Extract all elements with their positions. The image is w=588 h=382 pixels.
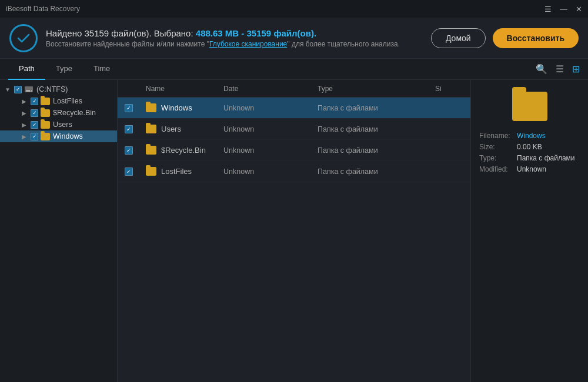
restore-button[interactable]: Восстановить	[493, 28, 579, 48]
row-type-recycle: Папка с файлами	[314, 146, 432, 155]
type-label: Type:	[479, 154, 513, 162]
expand-icon-lostfiles: ▶	[20, 97, 28, 105]
tab-bar: Path Type Time 🔍 ☰ ⊞	[0, 59, 588, 80]
table-row[interactable]: ✓ Windows Unknown Папка с файлами	[118, 98, 470, 119]
row-checkbox-windows[interactable]: ✓	[125, 104, 133, 112]
expand-icon: ▼	[4, 85, 12, 93]
line2-before: Восстановите найденные файлы и/или нажми…	[46, 40, 209, 48]
col-date: Date	[220, 85, 314, 93]
minimize-button[interactable]: —	[560, 5, 567, 14]
folder-icon	[146, 125, 156, 133]
right-panel: Name Date Type Si ✓ Windows Unknown Папк…	[118, 80, 588, 382]
sidebar-item-users[interactable]: ▶ ✓ Users	[0, 119, 117, 130]
row-filename: Users	[161, 125, 181, 133]
tab-right-icons: 🔍 ☰ ⊞	[536, 63, 580, 75]
deep-scan-line: Восстановите найденные файлы и/или нажми…	[46, 40, 400, 48]
row-checkbox-recycle[interactable]: ✓	[125, 146, 133, 155]
summary-line: Найдено 35159 файл(ов). Выбрано: 488.63 …	[46, 28, 400, 38]
summary-highlight: 488.63 MB - 35159 файл(ов).	[196, 28, 316, 38]
sidebar-label-lostfiles: LostFiles	[53, 97, 82, 105]
grid-view-icon[interactable]: ⊞	[572, 63, 580, 75]
row-name-windows: Windows	[142, 103, 220, 112]
row-checkbox-lostfiles[interactable]: ✓	[125, 167, 133, 176]
home-button[interactable]: Домой	[431, 28, 486, 48]
expand-icon-windows: ▶	[20, 132, 28, 140]
folder-icon-users	[41, 121, 50, 129]
expand-icon-users: ▶	[20, 120, 28, 129]
header-text: Найдено 35159 файл(ов). Выбрано: 488.63 …	[46, 28, 400, 48]
row-type-lostfiles: Папка с файлами	[314, 167, 432, 176]
tab-path[interactable]: Path	[8, 59, 45, 80]
sidebar-item-windows[interactable]: ▶ ✓ Windows	[0, 130, 117, 142]
row-name-recycle: $Recycle.Bin	[142, 146, 220, 155]
folder-icon-lostfiles	[41, 98, 50, 105]
list-view-icon[interactable]: ☰	[556, 63, 564, 75]
row-filename: $Recycle.Bin	[161, 146, 206, 155]
checkbox-users[interactable]: ✓	[31, 121, 38, 129]
folder-icon	[146, 146, 156, 155]
sidebar-label-root: (C:NTFS)	[36, 85, 68, 93]
row-filename: LostFiles	[161, 167, 192, 176]
status-icon	[9, 24, 38, 52]
detail-modified-row: Modified: Unknown	[479, 165, 580, 173]
table-header: Name Date Type Si	[118, 80, 470, 98]
row-name-users: Users	[142, 125, 220, 133]
header-left: Найдено 35159 файл(ов). Выбрано: 488.63 …	[9, 24, 400, 52]
col-type: Type	[314, 85, 432, 93]
modified-label: Modified:	[479, 165, 513, 173]
size-label: Size:	[479, 143, 513, 151]
menu-button[interactable]: ☰	[544, 5, 552, 14]
title-bar: iBeesoft Data Recovery ☰ — ✕	[0, 0, 588, 18]
disk-icon	[24, 85, 34, 93]
header-buttons: Домой Восстановить	[431, 28, 579, 48]
row-date-lostfiles: Unknown	[220, 167, 314, 176]
row-type-users: Папка с файлами	[314, 125, 432, 133]
row-date-users: Unknown	[220, 125, 314, 133]
file-list-area: Name Date Type Si ✓ Windows Unknown Папк…	[118, 80, 470, 382]
table-row[interactable]: ✓ Users Unknown Папка с файлами	[118, 119, 470, 140]
row-type-windows: Папка с файлами	[314, 104, 432, 112]
app-title: iBeesoft Data Recovery	[6, 5, 80, 13]
sidebar-label-recycle: $Recycle.Bin	[53, 109, 96, 117]
sidebar-item-root[interactable]: ▼ ✓ (C:NTFS)	[0, 83, 117, 95]
folder-icon-windows	[41, 133, 50, 140]
folder-icon	[146, 167, 156, 176]
checkbox-lostfiles[interactable]: ✓	[31, 98, 38, 105]
table-row[interactable]: ✓ $Recycle.Bin Unknown Папка с файлами	[118, 140, 470, 161]
main-area: ▼ ✓ (C:NTFS) ▶ ✓ LostFiles ▶ ✓ $	[0, 80, 588, 382]
svg-point-2	[30, 91, 31, 92]
close-button[interactable]: ✕	[576, 5, 582, 14]
row-checkbox-users[interactable]: ✓	[125, 125, 133, 133]
tab-time[interactable]: Time	[83, 59, 121, 80]
preview-folder-icon	[512, 92, 547, 121]
expand-icon-recycle: ▶	[20, 109, 28, 117]
detail-info: Filename: Windows Size: 0.00 KB Type: Па…	[479, 132, 580, 176]
row-filename: Windows	[161, 103, 192, 112]
window-controls: ☰ — ✕	[544, 5, 582, 14]
detail-size-row: Size: 0.00 KB	[479, 143, 580, 151]
tab-type[interactable]: Type	[45, 59, 83, 80]
table-row[interactable]: ✓ LostFiles Unknown Папка с файлами	[118, 161, 470, 182]
row-name-lostfiles: LostFiles	[142, 167, 220, 176]
deep-scan-link[interactable]: Глубокое сканирование	[209, 40, 287, 48]
sidebar-item-lostfiles[interactable]: ▶ ✓ LostFiles	[0, 95, 117, 107]
detail-type-row: Type: Папка с файлами	[479, 154, 580, 162]
checkbox-recycle[interactable]: ✓	[31, 109, 38, 117]
sidebar-label-windows: Windows	[53, 132, 83, 140]
checkbox-root[interactable]: ✓	[14, 86, 22, 93]
header-banner: Найдено 35159 файл(ов). Выбрано: 488.63 …	[0, 18, 588, 59]
row-date-recycle: Unknown	[220, 146, 314, 155]
size-value: 0.00 KB	[517, 143, 542, 151]
detail-panel: Filename: Windows Size: 0.00 KB Type: Па…	[470, 80, 588, 382]
folder-icon-recycle	[41, 109, 50, 117]
detail-filename-row: Filename: Windows	[479, 132, 580, 140]
modified-value: Unknown	[517, 165, 546, 173]
sidebar: ▼ ✓ (C:NTFS) ▶ ✓ LostFiles ▶ ✓ $	[0, 80, 118, 382]
sidebar-item-recycle[interactable]: ▶ ✓ $Recycle.Bin	[0, 107, 117, 119]
search-icon[interactable]: 🔍	[536, 63, 547, 75]
col-name: Name	[142, 85, 220, 93]
row-date-windows: Unknown	[220, 104, 314, 112]
folder-icon	[146, 103, 156, 112]
checkbox-windows[interactable]: ✓	[31, 133, 38, 140]
line2-after: " для более тщательного анализа.	[287, 40, 400, 48]
